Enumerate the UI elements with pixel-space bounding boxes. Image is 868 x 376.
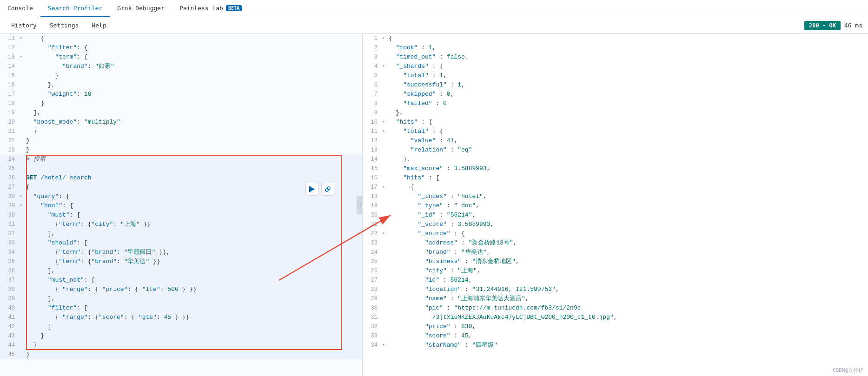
- resp-line: 27 "id" : 56214,: [363, 276, 868, 285]
- code-line-comment: 24 # 搜索: [0, 155, 362, 164]
- status-area: 200 - OK 46 ms: [804, 21, 862, 30]
- code-line: 17 "weight": 10: [0, 90, 362, 99]
- code-line: 19 ],: [0, 108, 362, 118]
- code-line: 18 }: [0, 99, 362, 108]
- resp-line: 10 ▾ "hits" : {: [363, 118, 868, 127]
- beta-badge: BETA: [226, 5, 242, 11]
- copy-as-curl-button[interactable]: [321, 183, 334, 196]
- code-line: 35 {"term": {"brand": "华美达" }}: [0, 257, 362, 266]
- code-line: 30 "must": [: [0, 211, 362, 220]
- resp-line: 5 "total" : 1,: [363, 71, 868, 80]
- resp-line-arrow: 19 "_type" : "_doc",: [363, 201, 868, 211]
- resp-line: 3 "timed_out" : false,: [363, 53, 868, 62]
- code-line: 14 "brand": "如家": [0, 62, 362, 71]
- response-code-editor[interactable]: 1 ▾ { 2 "took" : 1, 3 "timed_out" : fals…: [363, 34, 868, 376]
- resp-line: 9 },: [363, 108, 868, 118]
- response-panel: 1 ▾ { 2 "took" : 1, 3 "timed_out" : fals…: [363, 34, 868, 376]
- code-line: 39 ],: [0, 294, 362, 303]
- resp-line: 2 "took" : 1,: [363, 43, 868, 53]
- resp-line: 11 ▾ "total" : {: [363, 127, 868, 136]
- main-content: 11 ▾ { 12 "filter": { 13 ▾ "term": { 14: [0, 34, 868, 376]
- resp-line: 30 "pic" : "https://m.tuniucdn.com/fb3/s…: [363, 303, 868, 313]
- tab-painless-lab[interactable]: Painless Lab BETA: [172, 0, 249, 17]
- resp-line: 32 "price" : 830,: [363, 322, 868, 331]
- tab-grok-debugger[interactable]: Grok Debugger: [110, 0, 172, 17]
- resp-line: 34 ▾ "starName" : "四星级": [363, 341, 868, 350]
- code-line: 25: [0, 164, 362, 173]
- menu-bar: History Settings Help 200 - OK 46 ms: [0, 17, 868, 34]
- code-line: 34 {"term": {"brand": "皇冠假日" }},: [0, 248, 362, 257]
- status-ok-badge: 200 - OK: [804, 21, 841, 30]
- panel-divider[interactable]: ||: [357, 196, 362, 214]
- resp-line: 21 "_score" : 3.5889993,: [363, 220, 868, 229]
- resp-line: 28 "location" : "31.244916, 121.590752",: [363, 285, 868, 294]
- resp-line: 31 /3jtXiuMKZEXJAuKuAkc47yLCjUBt_w200_h2…: [363, 313, 868, 322]
- resp-line: 4 ▾ "_shards" : {: [363, 62, 868, 71]
- code-line-get: 26 GET /hotel/_search: [0, 173, 362, 183]
- resp-line: 7 "skipped" : 0,: [363, 90, 868, 99]
- menu-history[interactable]: History: [6, 17, 42, 34]
- code-editor[interactable]: 11 ▾ { 12 "filter": { 13 ▾ "term": { 14: [0, 34, 362, 376]
- code-line: 44 }: [0, 341, 362, 350]
- code-line: 12 "filter": {: [0, 43, 362, 53]
- top-nav: Console Search Profiler Grok Debugger Pa…: [0, 0, 868, 17]
- resp-line: 6 "successful" : 1,: [363, 80, 868, 90]
- resp-line: 16 "hits" : [: [363, 173, 868, 183]
- resp-line: 26 "city" : "上海",: [363, 266, 868, 276]
- resp-line: 13 "relation" : "eq": [363, 145, 868, 155]
- resp-line: 18 "_index" : "hotel",: [363, 192, 868, 201]
- code-line: 23 }: [0, 145, 362, 155]
- run-area: [305, 183, 334, 196]
- code-line: 43 }: [0, 331, 362, 341]
- run-button[interactable]: [305, 183, 318, 196]
- resp-line: 24 "brand" : "华美达",: [363, 248, 868, 257]
- code-line: 16 },: [0, 80, 362, 90]
- code-line: 15 }: [0, 71, 362, 80]
- menu-settings[interactable]: Settings: [44, 17, 85, 34]
- code-line: 36 ],: [0, 266, 362, 276]
- code-line: 31 {"term": {"city": "上海" }}: [0, 220, 362, 229]
- resp-line: 15 "max_score" : 3.5889993,: [363, 164, 868, 173]
- resp-line: 20 "_id" : "56214",: [363, 211, 868, 220]
- tab-search-profiler[interactable]: Search Profiler: [40, 0, 110, 17]
- resp-line: 12 "value" : 41,: [363, 136, 868, 145]
- code-line: 40 "filter": [: [0, 303, 362, 313]
- resp-line: 14 },: [363, 155, 868, 164]
- resp-line: 1 ▾ {: [363, 34, 868, 43]
- menu-help[interactable]: Help: [86, 17, 112, 34]
- resp-line: 8 "failed" : 0: [363, 99, 868, 108]
- code-line: 33 "should": [: [0, 238, 362, 248]
- code-line: 11 ▾ {: [0, 34, 362, 43]
- resp-line: 25 "business" : "清东金桥地区",: [363, 257, 868, 266]
- status-time: 46 ms: [844, 22, 862, 29]
- code-line: 21 }: [0, 127, 362, 136]
- svg-marker-0: [309, 186, 315, 192]
- code-line: 20 "boost_mode": "multiply": [0, 118, 362, 127]
- code-line: 22 }: [0, 136, 362, 145]
- tab-console[interactable]: Console: [0, 0, 40, 17]
- editor-panel: 11 ▾ { 12 "filter": { 13 ▾ "term": { 14: [0, 34, 363, 376]
- resp-line: 33 "score" : 45,: [363, 331, 868, 341]
- resp-line: 22 ▾ "_source" : {: [363, 229, 868, 238]
- code-line: 45 }: [0, 350, 362, 359]
- code-line: 37 "must_not": [: [0, 276, 362, 285]
- resp-line: 17 ▾ {: [363, 183, 868, 192]
- code-line: 13 ▾ "term": {: [0, 53, 362, 62]
- code-line: 41 { "range": {"score": { "gte": 45 } }}: [0, 313, 362, 322]
- code-line: 32 ],: [0, 229, 362, 238]
- watermark: CSDN@九分行: [833, 367, 863, 374]
- resp-line: 29 "name" : "上海浦东华美达大酒店",: [363, 294, 868, 303]
- code-line: 38 { "range": { "price": { "lte": 500 } …: [0, 285, 362, 294]
- code-line: 29 ▾ "bool": {: [0, 201, 362, 211]
- code-line: 42 ]: [0, 322, 362, 331]
- resp-line: 23 "address" : "新金桥路18号",: [363, 238, 868, 248]
